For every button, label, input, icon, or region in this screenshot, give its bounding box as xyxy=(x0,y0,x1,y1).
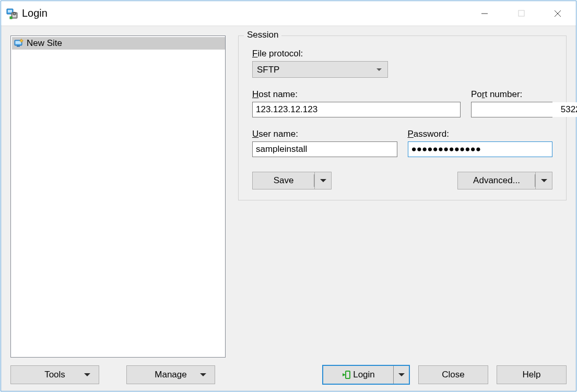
chevron-down-icon xyxy=(320,179,326,185)
host-input[interactable] xyxy=(252,102,461,117)
chevron-down-icon xyxy=(398,373,405,379)
svg-rect-1 xyxy=(8,10,12,13)
svg-rect-5 xyxy=(10,17,12,19)
close-icon xyxy=(554,10,561,17)
password-label: Password: xyxy=(408,129,553,139)
password-input[interactable] xyxy=(408,141,553,157)
port-input[interactable] xyxy=(472,102,577,117)
save-split-button[interactable]: Save xyxy=(252,172,332,189)
tools-button[interactable]: Tools xyxy=(10,365,99,384)
file-protocol-block: File protocol: SFTP xyxy=(252,49,552,78)
host-block: Host name: xyxy=(252,89,461,117)
session-button-row: Save Advanced... xyxy=(252,172,552,189)
username-input[interactable] xyxy=(252,141,397,157)
user-pass-row: User name: Password: xyxy=(252,129,552,157)
maximize-button[interactable] xyxy=(503,1,539,26)
svg-rect-11 xyxy=(16,41,21,44)
chevron-down-icon xyxy=(84,373,90,379)
login-dropdown-button[interactable] xyxy=(393,366,409,384)
login-label: Login xyxy=(353,370,375,380)
minimize-icon xyxy=(481,10,488,17)
manage-button[interactable]: Manage xyxy=(126,365,215,384)
password-block: Password: xyxy=(408,129,553,157)
file-protocol-select[interactable]: SFTP xyxy=(252,61,388,78)
close-window-button[interactable] xyxy=(539,1,576,26)
session-legend: Session xyxy=(244,30,281,40)
login-button[interactable]: Login xyxy=(323,366,393,384)
chevron-down-icon xyxy=(200,373,206,379)
port-block: Port number: ▲ ▼ xyxy=(471,89,552,117)
site-item-label: New Site xyxy=(27,38,62,49)
tools-label: Tools xyxy=(44,370,65,380)
advanced-split-button[interactable]: Advanced... xyxy=(457,172,552,189)
manage-label: Manage xyxy=(155,370,186,380)
file-protocol-select-el[interactable]: SFTP xyxy=(252,61,388,78)
footer-right: Login Close Help xyxy=(322,365,567,385)
right-column: Session File protocol: SFTP Host xyxy=(238,35,567,358)
svg-rect-12 xyxy=(17,46,20,47)
host-label: Host name: xyxy=(252,89,461,100)
dialog-body: New Site Session File protocol: SFTP xyxy=(1,26,576,391)
save-button[interactable]: Save xyxy=(252,172,315,189)
advanced-button[interactable]: Advanced... xyxy=(457,172,536,189)
window-controls xyxy=(466,1,576,26)
advanced-dropdown-button[interactable] xyxy=(536,172,552,189)
close-button[interactable]: Close xyxy=(418,365,488,384)
file-protocol-label: File protocol: xyxy=(252,49,552,59)
main-row: New Site Session File protocol: SFTP xyxy=(10,35,567,358)
login-dialog-window: Login xyxy=(1,1,576,391)
port-stepper[interactable]: ▲ ▼ xyxy=(471,102,552,117)
site-item-new-site[interactable]: New Site xyxy=(12,37,225,50)
login-split-button[interactable]: Login xyxy=(322,365,410,385)
titlebar: Login xyxy=(1,1,576,26)
svg-rect-7 xyxy=(518,10,524,16)
monitor-new-icon xyxy=(14,39,23,48)
svg-rect-14 xyxy=(346,371,350,378)
help-button[interactable]: Help xyxy=(497,365,567,384)
host-port-row: Host name: Port number: ▲ ▼ xyxy=(252,89,552,117)
chevron-down-icon xyxy=(541,179,547,185)
footer-row: Tools Manage xyxy=(10,365,567,385)
user-label: User name: xyxy=(252,129,397,139)
minimize-button[interactable] xyxy=(466,1,503,26)
port-label: Port number: xyxy=(471,89,552,100)
footer-left: Tools Manage xyxy=(10,365,215,384)
login-arrow-icon xyxy=(342,370,351,379)
site-list[interactable]: New Site xyxy=(10,35,226,358)
maximize-icon xyxy=(518,10,525,17)
user-block: User name: xyxy=(252,129,397,157)
session-group: Session File protocol: SFTP Host xyxy=(238,35,567,200)
app-icon xyxy=(6,7,19,20)
window-title: Login xyxy=(22,7,48,19)
save-dropdown-button[interactable] xyxy=(315,172,332,189)
